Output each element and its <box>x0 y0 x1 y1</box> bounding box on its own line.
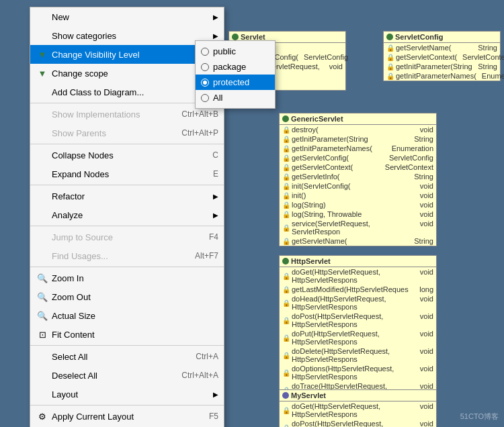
analyze-icon <box>36 208 49 222</box>
submenu-item-package[interactable]: package <box>196 59 275 75</box>
analyze-arrow: ▶ <box>213 211 218 219</box>
menu-item-fit-content[interactable]: ⊡ Fit Content <box>30 325 224 344</box>
protected-label: protected <box>213 77 249 87</box>
fit-content-label: Fit Content <box>52 330 218 340</box>
radio-protected <box>201 79 209 87</box>
menu-item-new[interactable]: New ▶ <box>30 7 224 26</box>
deselect-all-shortcut: Ctrl+Alt+A <box>181 371 218 380</box>
show-parents-shortcut: Ctrl+Alt+P <box>181 128 218 138</box>
radio-package <box>201 63 209 71</box>
deselect-all-icon <box>36 369 49 382</box>
jump-to-source-icon <box>36 230 49 244</box>
new-label: New <box>52 12 210 22</box>
show-implementations-icon <box>36 107 49 121</box>
expand-nodes-shortcut: E <box>213 169 218 179</box>
collapse-nodes-shortcut: C <box>212 150 218 160</box>
genericservlet-title: GenericServlet <box>291 115 343 123</box>
refactor-label: Refactor <box>52 191 210 201</box>
apply-layout-icon: ⚙ <box>36 410 49 423</box>
zoom-in-label: Zoom In <box>52 273 218 283</box>
watermark: 51CTO博客 <box>460 412 499 422</box>
menu-item-actual-size[interactable]: 🔍 Actual Size <box>30 306 224 325</box>
collapse-nodes-icon <box>36 148 49 162</box>
radio-public <box>201 48 209 56</box>
menu-item-collapse-nodes[interactable]: Collapse Nodes C <box>30 146 224 164</box>
change-visibility-label: Change Visibility Level <box>52 50 210 60</box>
menu-item-refactor[interactable]: Refactor ▶ <box>30 187 224 205</box>
menu-item-find-usages: Find Usages... Alt+F7 <box>30 246 224 265</box>
myservlet-title: MyServlet <box>291 391 326 399</box>
separator-3 <box>30 185 224 185</box>
new-icon <box>36 10 49 23</box>
submenu-item-public[interactable]: public <box>196 44 275 59</box>
find-usages-icon <box>36 249 49 263</box>
fit-content-icon: ⊡ <box>36 328 49 341</box>
deselect-all-label: Deselect All <box>52 371 176 381</box>
package-label: package <box>213 62 246 72</box>
public-label: public <box>213 46 236 56</box>
servletconfig-title: ServletConfig <box>395 33 444 41</box>
actual-size-icon: 🔍 <box>36 309 49 322</box>
visibility-submenu: public package protected All <box>195 40 276 109</box>
genericservlet-icon <box>282 115 289 122</box>
separator-5 <box>30 267 224 267</box>
separator-6 <box>30 345 224 346</box>
apply-layout-label: Apply Current Layout <box>52 412 204 422</box>
httpservlet-title: HttpServlet <box>291 257 331 265</box>
layout-arrow: ▶ <box>213 391 218 398</box>
menu-item-layout[interactable]: Layout ▶ <box>30 385 224 404</box>
submenu-item-protected[interactable]: protected <box>196 75 275 90</box>
all-label: All <box>213 93 222 103</box>
menu-item-zoom-in[interactable]: 🔍 Zoom In <box>30 269 224 287</box>
menu-item-analyze[interactable]: Analyze ▶ <box>30 205 224 224</box>
change-scope-icon: ▼ <box>36 66 49 80</box>
menu-item-zoom-out[interactable]: 🔍 Zoom Out <box>30 287 224 306</box>
menu-item-expand-nodes[interactable]: Expand Nodes E <box>30 164 224 183</box>
layout-label: Layout <box>52 389 210 399</box>
actual-size-label: Actual Size <box>52 311 218 321</box>
sc-row-2: 🔒getServletContext(ServletContext <box>384 52 500 62</box>
zoom-out-label: Zoom Out <box>52 292 218 302</box>
select-all-icon <box>36 350 49 363</box>
show-categories-icon <box>36 29 49 42</box>
expand-nodes-label: Expand Nodes <box>52 169 208 179</box>
show-categories-label: Show categories <box>52 31 210 41</box>
select-all-label: Select All <box>52 352 190 362</box>
separator-4 <box>30 226 224 226</box>
uml-myservlet-box: MyServlet 🔒doGet(HttpServletRequest, Htt… <box>279 389 437 427</box>
zoom-in-icon: 🔍 <box>36 271 49 285</box>
new-arrow: ▶ <box>213 13 218 21</box>
show-categories-arrow: ▶ <box>213 32 218 40</box>
change-scope-label: Change scope <box>52 68 210 79</box>
layout-icon <box>36 387 49 401</box>
collapse-nodes-label: Collapse Nodes <box>52 150 207 160</box>
servletconfig-icon <box>386 34 393 40</box>
servlet-icon <box>232 34 239 40</box>
expand-nodes-icon <box>36 167 49 181</box>
submenu-item-all[interactable]: All <box>196 90 275 105</box>
separator-7 <box>30 405 224 406</box>
sc-row-4: 🔒getInitParameterNames(Enumeration <box>384 71 500 81</box>
myservlet-icon <box>282 392 289 399</box>
apply-layout-shortcut: F5 <box>209 412 218 421</box>
find-usages-shortcut: Alt+F7 <box>195 251 218 260</box>
change-visibility-icon: ▼ <box>36 48 49 61</box>
jump-to-source-label: Jump to Source <box>52 232 204 242</box>
menu-item-select-all[interactable]: Select All Ctrl+A <box>30 347 224 366</box>
show-parents-label: Show Parents <box>52 128 176 138</box>
refactor-arrow: ▶ <box>213 193 218 200</box>
refactor-icon <box>36 189 49 203</box>
httpservlet-icon <box>282 258 289 265</box>
radio-all <box>201 94 209 102</box>
show-implementations-label: Show Implementations <box>52 109 176 120</box>
zoom-out-icon: 🔍 <box>36 290 49 303</box>
uml-genericservlet-box: GenericServlet 🔒destroy(void 🔒getInitPar… <box>279 113 437 246</box>
show-implementations-shortcut: Ctrl+Alt+B <box>181 109 218 119</box>
menu-item-apply-layout[interactable]: ⚙ Apply Current Layout F5 <box>30 407 224 426</box>
show-parents-icon <box>36 126 49 140</box>
sc-row-1: 🔒getServletName(String <box>384 43 500 52</box>
menu-item-deselect-all[interactable]: Deselect All Ctrl+Alt+A <box>30 366 224 385</box>
jump-to-source-shortcut: F4 <box>209 232 218 242</box>
uml-servletconfig-box: ServletConfig 🔒getServletName(String 🔒ge… <box>383 31 501 81</box>
menu-item-show-parents: Show Parents Ctrl+Alt+P <box>30 124 224 142</box>
